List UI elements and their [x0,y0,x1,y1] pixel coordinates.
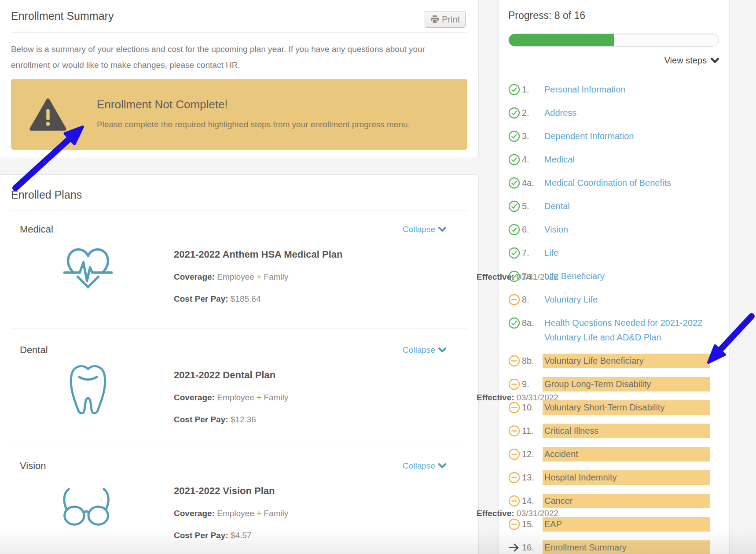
check-circle-icon [508,200,520,212]
cost-value: $185.64 [231,294,261,303]
minus-circle-icon [508,518,520,530]
step-row: 8b.Voluntary Life Beneficiary [508,354,713,368]
minus-circle-icon [508,472,520,484]
minus-circle-icon [508,495,520,507]
plan-name: 2021-2022 Dental Plan [174,369,275,381]
step-number: 8a. [520,316,543,330]
step-link[interactable]: Group Long-Term Disability [543,377,710,391]
step-link[interactable]: Life [543,246,710,260]
step-row: 14.Cancer [508,494,713,508]
check-circle-icon [508,154,520,166]
chevron-down-icon [438,227,446,232]
check-circle-icon [508,317,520,329]
step-link[interactable]: Voluntary Short-Term Disability [543,400,710,415]
minus-circle-icon [508,378,520,390]
step-number: 7. [520,246,543,260]
coverage-value: Employee + Family [217,393,288,402]
step-link[interactable]: Life Beneficiary [543,269,710,284]
step-number: 8b. [520,354,543,368]
check-circle-icon [508,84,520,96]
collapse-dental-link[interactable]: Collapse [403,345,446,355]
warning-banner [11,79,467,150]
coverage-value: Employee + Family [217,509,288,518]
collapse-label: Collapse [403,225,435,234]
cost-label: Cost Per Pay: [174,294,228,303]
step-row: 7a.Life Beneficiary [508,269,713,284]
enrolled-plans-title: Enrolled Plans [11,188,82,201]
check-circle-icon [508,107,520,119]
step-number: 9. [520,377,543,391]
check-circle-icon [508,270,520,282]
plan-coverage-line: Coverage: Employee + Family Effective: 0… [174,393,288,403]
view-steps-label: View steps [664,55,707,66]
print-button[interactable]: Print [425,11,466,28]
printer-icon [430,15,439,24]
cost-label: Cost Per Pay: [174,531,228,540]
plan-name: 2021-2022 Anthem HSA Medical Plan [174,249,343,260]
collapse-label: Collapse [403,345,435,355]
step-row: 7.Life [508,246,713,260]
step-number: 11. [520,424,543,438]
step-link[interactable]: Voluntary Life [543,292,710,307]
step-number: 1. [520,82,543,97]
divider [11,32,467,33]
step-number: 16. [520,540,543,554]
step-link[interactable]: Dental [543,199,710,214]
chevron-down-icon [438,347,446,353]
print-button-label: Print [442,15,460,25]
step-link[interactable]: Medical Coordination of Benefits [543,176,710,190]
coverage-value: Employee + Family [217,272,288,281]
tooth-icon [59,357,117,423]
step-link[interactable]: Medical [543,152,710,167]
check-circle-icon [508,224,520,236]
step-row: 4a.Medical Coordination of Benefits [508,176,713,190]
step-row: 9.Group Long-Term Disability [508,377,713,391]
step-row: 13.Hospital Indemnity [508,470,713,485]
chevron-down-icon [711,58,719,63]
step-link[interactable]: Enrollment Summary [543,540,710,554]
step-link[interactable]: Dependent Information [543,129,710,144]
arrow-right-icon [508,542,520,554]
step-link[interactable]: Accident [543,447,710,462]
step-row: 16.Enrollment Summary [508,540,713,554]
plan-cost-line: Cost Per Pay: $12.36 [174,415,256,425]
step-number: 14. [520,494,543,508]
plan-section-vision: Vision Collapse 2021-2022 Vision Plan Co… [11,444,467,552]
coverage-label: Coverage: [174,509,215,518]
plan-type-heading: Dental [20,344,48,356]
collapse-vision-link[interactable]: Collapse [403,461,446,471]
step-number: 4a. [520,176,543,190]
steps-list: 1.Personal Information2.Address3.Depende… [508,82,713,554]
plan-coverage-line: Coverage: Employee + Family Effective: 0… [174,509,288,518]
plan-type-heading: Medical [20,224,53,235]
heart-pulse-icon [59,236,117,303]
step-number: 4. [520,152,543,167]
collapse-label: Collapse [403,461,435,471]
intro-text: Below is a summary of your elections and… [11,41,429,73]
step-number: 6. [520,222,543,237]
minus-circle-icon [508,448,520,460]
step-number: 2. [520,106,543,120]
step-link[interactable]: Address [543,106,710,120]
step-row: 3.Dependent Information [508,129,713,144]
step-link[interactable]: Personal Information [543,82,710,97]
step-row: 6.Vision [508,222,713,237]
progress-title: Progress: 8 of 16 [508,10,585,22]
step-link[interactable]: Hospital Indemnity [543,470,710,485]
step-link[interactable]: Vision [543,222,710,237]
glasses-icon [59,473,117,539]
plan-cost-line: Cost Per Pay: $4.57 [174,531,251,540]
view-steps-toggle[interactable]: View steps [616,55,719,66]
page-title: Enrollment Summary [11,10,114,22]
step-link[interactable]: Cancer [543,494,710,508]
step-row: 12.Accident [508,447,713,462]
collapse-medical-link[interactable]: Collapse [403,225,446,234]
coverage-label: Coverage: [174,393,215,402]
step-link[interactable]: Voluntary Life Beneficiary [543,354,710,368]
step-link[interactable]: EAP [543,517,710,532]
cost-value: $4.57 [231,531,252,540]
step-link[interactable]: Health Questions Needed for 2021-2022 Vo… [543,316,710,345]
step-row: 11.Critical Illness [508,424,713,438]
check-circle-icon [508,247,520,259]
step-link[interactable]: Critical Illness [543,424,710,438]
